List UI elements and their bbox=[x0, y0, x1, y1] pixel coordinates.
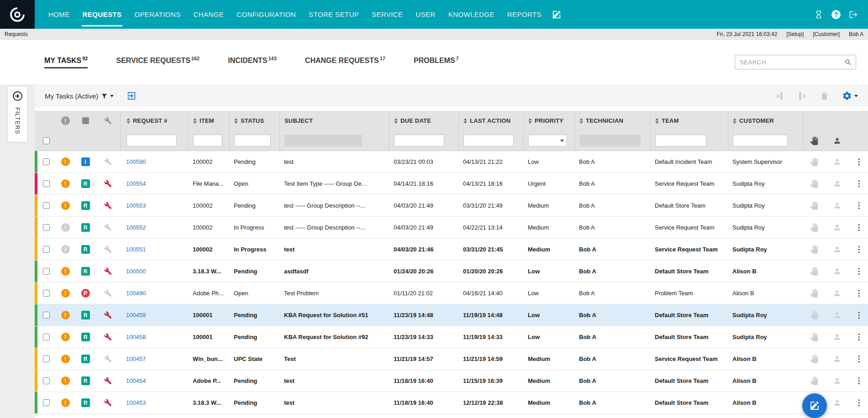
row-checkbox[interactable] bbox=[43, 180, 50, 187]
request-number-link[interactable]: 100554 bbox=[126, 180, 146, 187]
more-menu-icon[interactable] bbox=[855, 202, 863, 209]
nav-item-user[interactable]: USER bbox=[409, 0, 442, 29]
row-checkbox[interactable] bbox=[43, 290, 50, 297]
trash-icon[interactable] bbox=[820, 91, 829, 101]
filter-team-input[interactable] bbox=[655, 135, 706, 146]
table-row[interactable]: R 100551 100002 In Progress test 04/03/2… bbox=[35, 239, 868, 261]
more-menu-icon[interactable] bbox=[855, 377, 863, 385]
more-menu-icon[interactable] bbox=[855, 267, 863, 275]
more-menu-icon[interactable] bbox=[855, 311, 863, 319]
search-input[interactable] bbox=[735, 59, 844, 66]
assign-tech-icon[interactable] bbox=[833, 201, 842, 210]
column-header-priority[interactable]: PRIORITY bbox=[523, 111, 574, 131]
row-checkbox[interactable] bbox=[43, 158, 50, 165]
table-row[interactable]: R 100459 100001 Pending KBA Request for … bbox=[35, 304, 868, 326]
assign-tech-icon[interactable] bbox=[833, 157, 842, 166]
request-number-link[interactable]: 100457 bbox=[126, 355, 146, 362]
help-icon[interactable]: ? bbox=[831, 10, 841, 19]
filter-item-input[interactable] bbox=[193, 135, 222, 146]
request-number-link[interactable]: 100553 bbox=[126, 202, 146, 209]
more-menu-icon[interactable] bbox=[855, 180, 863, 188]
assign-tech-icon[interactable] bbox=[833, 333, 842, 341]
claim-column-icon[interactable] bbox=[810, 136, 818, 145]
row-checkbox[interactable] bbox=[43, 202, 50, 209]
search-icon[interactable] bbox=[844, 58, 852, 66]
filters-panel-toggle[interactable]: FILTERS bbox=[7, 86, 27, 142]
nav-item-configuration[interactable]: CONFIGURATION bbox=[230, 0, 302, 29]
assign-tech-icon[interactable] bbox=[833, 376, 842, 385]
alert-column-icon[interactable] bbox=[61, 116, 70, 125]
assign-tech-icon[interactable] bbox=[833, 289, 842, 298]
hand-icon[interactable] bbox=[810, 223, 818, 232]
app-logo[interactable] bbox=[0, 0, 35, 29]
assign-tech-icon[interactable] bbox=[833, 267, 842, 276]
logout-icon[interactable] bbox=[849, 10, 858, 19]
request-number-link[interactable]: 100459 bbox=[126, 312, 146, 319]
more-menu-icon[interactable] bbox=[855, 246, 863, 253]
table-row[interactable]: R 100552 100002 In Progress test ----- G… bbox=[35, 217, 868, 239]
table-row[interactable]: P 100490 Adobe Ph... Open Test Problem 0… bbox=[35, 282, 868, 304]
more-menu-icon[interactable] bbox=[855, 289, 863, 297]
table-row[interactable]: R 100457 Win_bun... UPC State Test 11/21… bbox=[35, 348, 868, 370]
hand-icon[interactable] bbox=[810, 333, 818, 341]
column-header-technician[interactable]: TECHNICIAN bbox=[574, 111, 650, 131]
hand-icon[interactable] bbox=[810, 267, 818, 276]
hand-icon[interactable] bbox=[810, 201, 818, 210]
select-all-checkbox[interactable] bbox=[43, 137, 50, 144]
hand-icon[interactable] bbox=[810, 376, 818, 385]
tab-change-requests[interactable]: CHANGE REQUESTS17 bbox=[305, 56, 385, 68]
tab-problems[interactable]: PROBLEMS7 bbox=[414, 56, 459, 68]
nav-item-change[interactable]: CHANGE bbox=[187, 0, 231, 29]
checkout-column-icon[interactable] bbox=[797, 91, 807, 101]
export-icon[interactable] bbox=[126, 91, 137, 101]
view-caret-icon[interactable] bbox=[110, 95, 114, 97]
table-row[interactable]: R 100553 100002 Pending test ----- Group… bbox=[35, 195, 868, 217]
row-checkbox[interactable] bbox=[43, 246, 50, 253]
tab-service-requests[interactable]: SERVICE REQUESTS162 bbox=[116, 56, 200, 68]
filter-status-input[interactable] bbox=[234, 135, 271, 146]
quick-create-icon[interactable] bbox=[552, 0, 562, 29]
request-number-link[interactable]: 100454 bbox=[126, 377, 146, 384]
column-header-status[interactable]: STATUS bbox=[229, 111, 279, 131]
column-header-customer[interactable]: CUSTOMER bbox=[728, 111, 803, 131]
more-menu-icon[interactable] bbox=[855, 399, 863, 407]
assign-column-icon[interactable] bbox=[833, 136, 842, 145]
request-number-link[interactable]: 100590 bbox=[126, 158, 146, 165]
hand-icon[interactable] bbox=[810, 157, 818, 166]
current-user[interactable]: Bob A bbox=[849, 31, 863, 37]
gear-icon[interactable] bbox=[842, 91, 858, 101]
assign-tech-icon[interactable] bbox=[833, 223, 842, 232]
assign-tech-icon[interactable] bbox=[833, 245, 842, 254]
row-checkbox[interactable] bbox=[43, 268, 50, 275]
table-row[interactable]: R 100454 Adobe P... Pending test 11/18/1… bbox=[35, 370, 868, 392]
request-number-link[interactable]: 100490 bbox=[126, 290, 146, 297]
hand-icon[interactable] bbox=[810, 289, 818, 298]
new-ticket-fab[interactable] bbox=[802, 393, 827, 418]
row-checkbox[interactable] bbox=[43, 334, 50, 340]
column-header-last-action[interactable]: LAST ACTION bbox=[458, 111, 523, 131]
tab-my-tasks[interactable]: MY TASKS92 bbox=[44, 56, 88, 68]
expand-filters-icon[interactable] bbox=[12, 90, 23, 102]
table-row[interactable]: R 100458 100001 Pending KBA Request for … bbox=[35, 326, 868, 348]
type-column-icon[interactable] bbox=[82, 117, 89, 124]
row-checkbox[interactable] bbox=[43, 312, 50, 319]
more-menu-icon[interactable] bbox=[855, 355, 863, 363]
assign-tech-icon[interactable] bbox=[833, 398, 842, 407]
row-checkbox[interactable] bbox=[43, 399, 50, 406]
assign-tech-icon[interactable] bbox=[833, 179, 842, 188]
nav-item-knowledge[interactable]: KNOWLEDGE bbox=[442, 0, 501, 29]
column-header-request[interactable]: REQUEST # bbox=[121, 111, 188, 131]
filter-last-action-input[interactable] bbox=[463, 135, 514, 146]
filter-request-input[interactable] bbox=[126, 135, 177, 146]
table-row[interactable]: R 100453 3.18.3 W... Pending test 11/18/… bbox=[35, 392, 868, 414]
hourglass-icon[interactable] bbox=[814, 10, 823, 19]
view-selector[interactable]: My Tasks (Active) bbox=[45, 92, 98, 100]
column-header-team[interactable]: TEAM bbox=[650, 111, 728, 131]
filter-due-date-input[interactable] bbox=[394, 135, 444, 146]
request-number-link[interactable]: 100453 bbox=[126, 399, 146, 406]
more-menu-icon[interactable] bbox=[855, 224, 863, 231]
request-number-link[interactable]: 100552 bbox=[126, 224, 146, 231]
row-checkbox[interactable] bbox=[43, 355, 50, 362]
row-checkbox[interactable] bbox=[43, 377, 50, 384]
filter-customer-input[interactable] bbox=[733, 135, 788, 146]
